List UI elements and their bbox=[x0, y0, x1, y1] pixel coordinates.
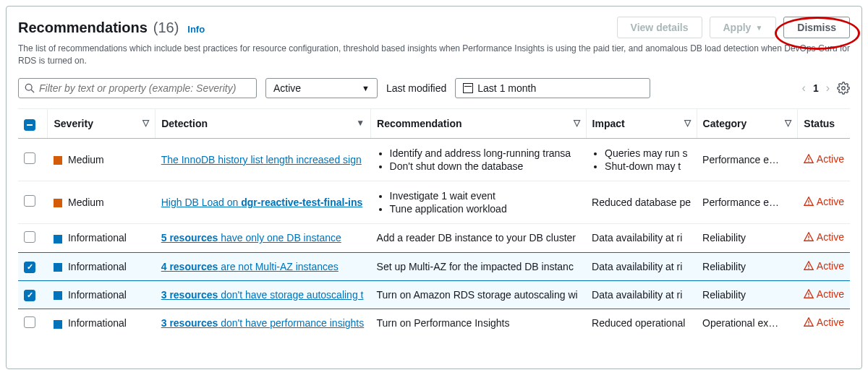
svg-point-14 bbox=[808, 324, 809, 325]
settings-icon[interactable] bbox=[837, 82, 850, 95]
impact-cell: Data availability at ri bbox=[586, 252, 697, 280]
recommendations-table: Severity▽ Detection▼ Recommendation▽ Imp… bbox=[18, 108, 850, 337]
col-impact[interactable]: Impact▽ bbox=[586, 108, 697, 138]
category-cell: Reliability bbox=[697, 280, 798, 309]
sort-icon: ▽ bbox=[574, 118, 580, 128]
row-checkbox[interactable] bbox=[24, 316, 35, 328]
detection-link[interactable]: High DB Load on dgr-reactive-test-final-… bbox=[161, 197, 363, 208]
table-row: Informational3 resources don't have perf… bbox=[18, 309, 850, 337]
apply-button[interactable]: Apply ▼ bbox=[710, 17, 777, 38]
recommendation-cell: Set up Multi-AZ for the impacted DB inst… bbox=[371, 252, 587, 280]
table-header-row: Severity▽ Detection▼ Recommendation▽ Imp… bbox=[18, 108, 850, 138]
severity-badge bbox=[54, 320, 62, 329]
sort-icon: ▼ bbox=[356, 118, 365, 128]
severity-badge bbox=[54, 235, 62, 243]
recommendations-panel: Recommendations (16) Info View details A… bbox=[6, 6, 862, 369]
status-badge: Active bbox=[804, 316, 844, 328]
search-icon bbox=[25, 83, 35, 93]
date-range-value: Last 1 month bbox=[477, 82, 536, 94]
row-checkbox[interactable] bbox=[24, 231, 35, 243]
status-badge: Active bbox=[804, 196, 844, 207]
detection-cell: 3 resources don't have storage autoscali… bbox=[156, 280, 371, 309]
detection-link[interactable]: 3 resources don't have storage autoscali… bbox=[161, 289, 364, 301]
status-badge: Active bbox=[804, 153, 844, 165]
category-cell: Performance e… bbox=[697, 181, 798, 223]
category-cell: Operational ex… bbox=[697, 309, 798, 337]
prev-page-button[interactable]: ‹ bbox=[802, 82, 806, 95]
status-badge: Active bbox=[804, 288, 844, 300]
status-cell: Active bbox=[798, 223, 850, 252]
view-details-button[interactable]: View details bbox=[617, 17, 702, 38]
status-filter-value: Active bbox=[273, 82, 301, 94]
table-row: MediumThe InnoDB history list length inc… bbox=[18, 138, 850, 181]
severity-cell: Medium bbox=[48, 181, 156, 223]
action-buttons: View details Apply ▼ Dismiss bbox=[617, 17, 850, 38]
status-cell: Active bbox=[798, 252, 850, 280]
filter-input-wrapper[interactable] bbox=[18, 78, 257, 98]
status-cell: Active bbox=[798, 280, 850, 309]
sort-icon: ▽ bbox=[785, 118, 791, 128]
svg-point-4 bbox=[808, 161, 809, 162]
category-cell: Reliability bbox=[697, 223, 798, 252]
detection-link[interactable]: The InnoDB history list length increased… bbox=[161, 154, 362, 165]
pagination: ‹ 1 › bbox=[802, 82, 850, 95]
severity-cell: Informational bbox=[48, 309, 156, 337]
col-severity[interactable]: Severity▽ bbox=[48, 108, 156, 138]
category-cell: Reliability bbox=[697, 252, 798, 280]
sort-icon: ▽ bbox=[142, 118, 149, 128]
filter-input[interactable] bbox=[39, 82, 250, 94]
info-link[interactable]: Info bbox=[187, 24, 205, 35]
detection-cell: High DB Load on dgr-reactive-test-final-… bbox=[156, 181, 371, 223]
status-cell: Active bbox=[798, 309, 850, 337]
detection-link[interactable]: 4 resources are not Multi-AZ instances bbox=[161, 261, 339, 272]
status-cell: Active bbox=[798, 138, 850, 181]
page-number: 1 bbox=[813, 82, 819, 94]
calendar-icon bbox=[463, 83, 473, 93]
select-all-checkbox[interactable] bbox=[24, 119, 35, 131]
table-row: Informational5 resources have only one D… bbox=[18, 223, 850, 252]
table-row: MediumHigh DB Load on dgr-reactive-test-… bbox=[18, 181, 850, 223]
col-status[interactable]: Status bbox=[798, 108, 850, 138]
svg-point-8 bbox=[808, 239, 809, 240]
filter-bar: Active ▼ Last modified Last 1 month ‹ 1 … bbox=[18, 78, 850, 98]
severity-badge bbox=[54, 199, 62, 207]
status-filter-select[interactable]: Active ▼ bbox=[265, 78, 378, 98]
date-range-select[interactable]: Last 1 month bbox=[455, 78, 650, 98]
svg-point-10 bbox=[808, 268, 809, 269]
severity-badge bbox=[54, 291, 62, 300]
row-checkbox[interactable] bbox=[24, 262, 35, 273]
col-recommendation[interactable]: Recommendation▽ bbox=[371, 108, 587, 138]
detection-link[interactable]: 5 resources have only one DB instance bbox=[161, 232, 341, 243]
severity-cell: Informational bbox=[48, 252, 156, 280]
severity-cell: Medium bbox=[48, 138, 156, 181]
detection-cell: 5 resources have only one DB instance bbox=[156, 223, 371, 252]
recommendation-cell: Add a reader DB instance to your DB clus… bbox=[371, 223, 587, 252]
severity-badge bbox=[54, 156, 62, 165]
impact-cell: Data availability at ri bbox=[586, 280, 697, 309]
caret-down-icon: ▼ bbox=[755, 24, 762, 32]
page-title: Recommendations bbox=[18, 20, 148, 36]
recommendation-cell: Turn on Performance Insights bbox=[371, 309, 587, 337]
svg-point-2 bbox=[842, 87, 846, 90]
row-checkbox[interactable] bbox=[24, 152, 35, 164]
row-checkbox[interactable] bbox=[24, 290, 35, 301]
impact-cell: Reduced operational bbox=[586, 309, 697, 337]
col-category[interactable]: Category▽ bbox=[697, 108, 798, 138]
impact-cell: Data availability at ri bbox=[586, 223, 697, 252]
detection-link[interactable]: 3 resources don't have performance insig… bbox=[161, 317, 365, 329]
panel-header: Recommendations (16) Info View details A… bbox=[18, 17, 850, 38]
title-group: Recommendations (16) Info bbox=[18, 20, 205, 36]
caret-down-icon: ▼ bbox=[362, 84, 370, 92]
sort-icon: ▽ bbox=[684, 118, 691, 128]
status-cell: Active bbox=[798, 181, 850, 223]
recommendation-count: (16) bbox=[153, 20, 179, 35]
severity-badge bbox=[54, 263, 62, 272]
dismiss-button[interactable]: Dismiss bbox=[783, 17, 850, 38]
severity-cell: Informational bbox=[48, 223, 156, 252]
panel-description: The list of recommendations which includ… bbox=[18, 43, 850, 68]
col-detection[interactable]: Detection▼ bbox=[156, 108, 371, 138]
detection-cell: 4 resources are not Multi-AZ instances bbox=[156, 252, 371, 280]
svg-point-12 bbox=[808, 296, 809, 297]
row-checkbox[interactable] bbox=[24, 195, 35, 207]
next-page-button[interactable]: › bbox=[826, 82, 830, 95]
